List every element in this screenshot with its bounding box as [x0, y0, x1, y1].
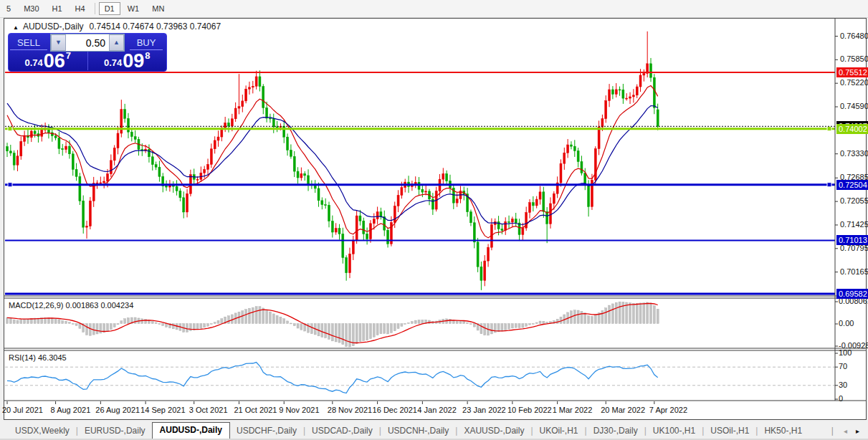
rsi-tick-70: 70 — [839, 362, 847, 370]
macd-label: MACD(12,26,9) 0.001863 0.004234 — [9, 301, 133, 310]
buy-price[interactable]: 0.74098 — [88, 52, 167, 70]
hline-handle[interactable] — [827, 183, 831, 187]
one-click-trade-panel: SELL ▼ 0.50 ▲ BUY 0.74067 0.74098 — [8, 33, 167, 72]
buy-button[interactable]: BUY — [126, 37, 166, 48]
price-tick-0.72055: 0.72055 — [840, 196, 868, 205]
date-label: 7 Apr 2022 — [649, 406, 687, 414]
date-label: 3 Oct 2021 — [189, 406, 228, 414]
rsi-tick-30: 30 — [839, 381, 847, 389]
price-badge-0.69582: 0.69582 — [836, 289, 868, 299]
date-label: 4 Jan 2022 — [417, 406, 456, 414]
price-badge-0.74002: 0.74002 — [836, 124, 868, 134]
price-tick-0.76480: 0.76480 — [840, 32, 868, 40]
hline-handle[interactable] — [8, 183, 12, 187]
rsi-tick-0: 0 — [839, 394, 843, 403]
date-label: 1 Mar 2022 — [553, 406, 593, 414]
date-label: 14 Sep 2021 — [140, 406, 185, 414]
hline-handle[interactable] — [8, 127, 12, 131]
price-tick-0.74590: 0.74590 — [840, 102, 868, 110]
price-tick-0.71425: 0.71425 — [840, 220, 868, 229]
macd-tick: 0.00 — [839, 319, 854, 327]
sell-button[interactable]: SELL — [9, 37, 49, 48]
price-tick-0.75850: 0.75850 — [840, 54, 868, 63]
rsi-label: RSI(14) 46.3045 — [9, 353, 67, 362]
date-label: 26 Aug 2021 — [95, 406, 140, 414]
ma-fast-line — [7, 86, 658, 238]
mt4-application: 5M30H1H4D1W1MN ▲AUDUSD-,Daily0.74514 0.7… — [0, 0, 868, 440]
expand-icon[interactable]: ▲ — [13, 24, 19, 31]
price-badge-0.72504: 0.72504 — [836, 180, 868, 190]
price-tick-0.75220: 0.75220 — [840, 78, 868, 87]
chart-ohlc-values: 0.74514 0.74674 0.73963 0.74067 — [90, 21, 221, 32]
date-label: 20 Jul 2021 — [2, 406, 43, 414]
date-label: 10 Feb 2022 — [507, 406, 552, 414]
price-tick-0.73330: 0.73330 — [840, 149, 868, 158]
price-badge-0.75512: 0.75512 — [836, 67, 868, 77]
date-label: 16 Dec 2021 — [373, 406, 417, 414]
volume-increase-button[interactable]: ▲ — [109, 34, 124, 51]
rsi-tick-100: 100 — [839, 348, 852, 357]
date-label: 8 Aug 2021 — [51, 406, 91, 414]
hline-handle[interactable] — [827, 127, 831, 131]
date-label: 9 Nov 2021 — [279, 406, 319, 414]
date-label: 20 Mar 2022 — [601, 406, 645, 414]
price-tick-0.70165: 0.70165 — [840, 267, 868, 276]
volume-input[interactable]: 0.50 — [66, 37, 109, 49]
volume-decrease-button[interactable]: ▼ — [51, 34, 66, 51]
chart-symbol: AUDUSD-,Daily — [23, 21, 84, 32]
chart-title: ▲AUDUSD-,Daily0.74514 0.74674 0.73963 0.… — [13, 21, 221, 32]
date-label: 28 Nov 2021 — [328, 406, 372, 414]
date-label: 21 Oct 2021 — [234, 406, 277, 414]
date-label: 23 Jan 2022 — [462, 406, 506, 414]
sell-price[interactable]: 0.74067 — [9, 52, 87, 70]
price-badge-0.71013: 0.71013 — [836, 235, 868, 245]
